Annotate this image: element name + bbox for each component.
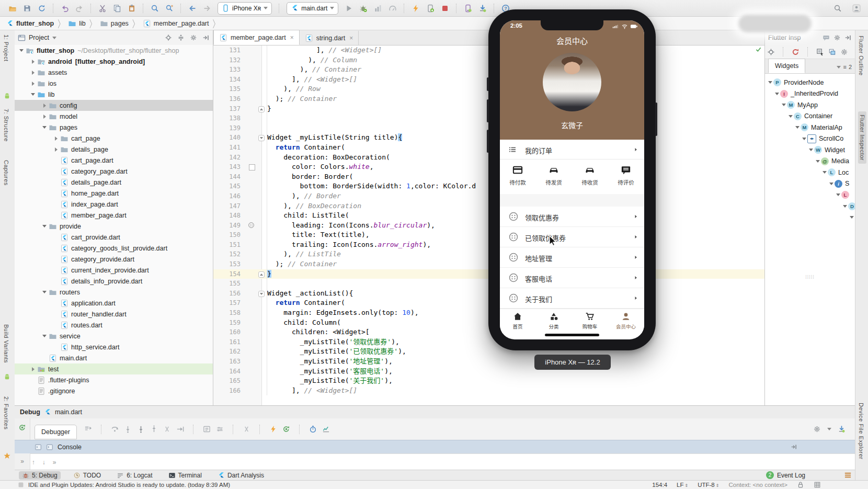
tool-window-button-5-debug[interactable]: 5: Debug [19,471,61,480]
project-tree-row-.gitignore[interactable]: .gitignore [15,385,213,396]
project-tree-row-.flutter-plugins[interactable]: .flutter-plugins [15,374,213,385]
status-icon[interactable] [18,482,24,488]
breadcrumb-item-pages[interactable]: pages [100,19,129,28]
tool-window-button-todo[interactable]: TODO [70,471,104,480]
device-selector[interactable]: iPhone Xʀ [218,2,272,15]
user-button[interactable] [850,2,863,15]
inspection-ok-icon[interactable] [755,46,762,53]
right-strip-tab-flutter-inspector[interactable]: Flutter Inspector [858,111,866,164]
widget-tree-node-Container[interactable]: CContainer [765,111,855,122]
project-tree-row-cart_page.dart[interactable]: cart_page.dart [15,155,213,166]
drop-frame-icon[interactable] [243,425,250,433]
step-out-icon[interactable] [150,425,158,433]
project-tree-row-details_page[interactable]: details_page [15,144,213,155]
widget-tree-node-MyApp[interactable]: MMyApp [765,99,855,111]
console-icon-1[interactable] [35,443,42,451]
download-button[interactable] [476,2,489,15]
project-tree-row-routes.dart[interactable]: routes.dart [15,320,213,331]
layers-icon[interactable] [828,48,836,56]
breadcrumb-item-flutter_shop[interactable]: flutter_shop [6,20,54,27]
lock-icon[interactable] [797,481,804,488]
project-tree-row-test[interactable]: test [15,363,213,374]
nav-item-分类[interactable]: 分类 [536,312,572,330]
project-tree-row-android[interactable]: android[flutter_shop_android] [15,56,213,67]
cut-button[interactable] [96,2,109,15]
project-tree-row-ios[interactable]: ios [15,78,213,89]
dock-icon[interactable] [791,443,797,450]
expand-icon[interactable]: » [20,458,24,465]
icon-preview[interactable] [248,222,255,229]
evaluate-icon[interactable] [203,425,211,433]
download-icon[interactable] [838,425,846,433]
up-arrow-icon[interactable]: ↑ [32,459,35,466]
order-status-待收货[interactable]: 待收货 [572,165,608,186]
dock-icon[interactable] [844,34,852,41]
project-tree-row-router_handler.dart[interactable]: router_handler.dart [15,309,213,320]
left-strip-tab--favorites[interactable]: 2: Favorites [3,396,9,429]
project-tree-row-pages[interactable]: pages [15,122,213,133]
paste-button[interactable] [125,2,138,15]
widget-tree-node-_InheritedProvid[interactable]: I_InheritedProvid [765,88,855,100]
project-tree-row-config[interactable]: config [15,100,213,111]
caret-position[interactable]: 154:4 [652,482,667,488]
project-tree-row-details_page.dart[interactable]: details_page.dart [15,177,213,188]
reload-red-icon[interactable] [792,48,800,56]
menu-item-关于我们[interactable]: 关于我们 [500,288,644,309]
project-tree-row-http_service.dart[interactable]: http_service.dart [15,342,213,352]
project-tree-row-index_page.dart[interactable]: index_page.dart [15,199,213,210]
run-cursor-icon[interactable] [176,425,184,433]
project-tree-row-main.dart[interactable]: main.dart [15,352,213,363]
left-strip-tab-build-variants[interactable]: Build Variants [3,324,9,363]
project-tree-row-service[interactable]: service [15,331,213,342]
right-strip-tab-flutter-outline[interactable]: Flutter Outline [858,36,864,76]
color-preview-swatch[interactable] [249,164,255,170]
down-arrow-icon[interactable]: ↓ [42,459,45,466]
project-tree-row-current_index_provide.dart[interactable]: current_index_provide.dart [15,265,213,276]
project-tree-row-category_provide.dart[interactable]: category_provide.dart [15,254,213,265]
project-tree-row-model[interactable]: model [15,111,213,122]
gear-icon[interactable] [833,34,841,41]
widget-tree-node-depth-10[interactable]: L [765,189,855,201]
nav-item-首页[interactable]: 首页 [500,312,535,330]
sliders-icon[interactable] [216,425,224,433]
exec-point-icon[interactable] [84,425,92,433]
fold-marker[interactable] [258,271,265,278]
expand-icon[interactable]: » [53,459,56,466]
force-step-icon[interactable] [137,425,145,433]
project-tree-row-routers[interactable]: routers [15,287,213,298]
chat-icon[interactable] [823,34,830,41]
breadcrumb-item-member_page.dart[interactable]: member_page.dart [143,19,209,28]
stop-button[interactable] [439,2,451,15]
attach-button[interactable] [424,2,437,15]
avatar[interactable] [543,53,601,111]
event-log-button[interactable]: 2Event Log [766,471,835,479]
widget-tree-node-Loc[interactable]: LLoc [765,167,855,178]
encoding[interactable]: UTF-8⇕ [698,482,719,488]
project-panel-title[interactable]: Project [18,34,56,42]
android-icon[interactable] [3,373,11,381]
back-button[interactable] [186,2,199,15]
drop-frame-icon[interactable] [163,425,171,433]
order-status-待付款[interactable]: 待付款 [500,165,535,186]
fold-marker[interactable] [258,135,265,141]
editor-tab-string.dart[interactable]: string.dart× [300,31,359,45]
project-tree-row-member_page.dart[interactable]: member_page.dart [15,210,213,221]
open-folder-button[interactable] [6,2,19,15]
rerun-green-icon[interactable] [18,424,26,431]
widget-tree-node-S[interactable]: iS [765,178,855,190]
breadcrumb-item-lib[interactable]: lib [68,19,86,28]
widget-tree-node-Widget[interactable]: WWidget [765,144,855,156]
order-status-待发货[interactable]: 待发货 [536,165,572,186]
star-icon[interactable] [3,452,11,460]
nav-item-会员中心[interactable]: 会员中心 [608,312,644,330]
widget-tree-node-ScrollCo[interactable]: ◂▸ScrollCo [765,133,855,145]
grid-icon[interactable] [814,481,821,488]
left-strip-tab--project[interactable]: 1: Project [3,35,9,61]
dock-icon[interactable] [202,34,210,41]
step-over-icon[interactable] [111,425,119,433]
profile-button[interactable] [372,2,384,15]
gear-icon[interactable] [840,48,848,56]
right-strip-tab-device-file-explorer[interactable]: Device File Explorer [858,403,864,459]
select-widget-icon[interactable] [816,48,824,56]
left-strip-tab--structure[interactable]: 7: Structure [3,109,9,142]
